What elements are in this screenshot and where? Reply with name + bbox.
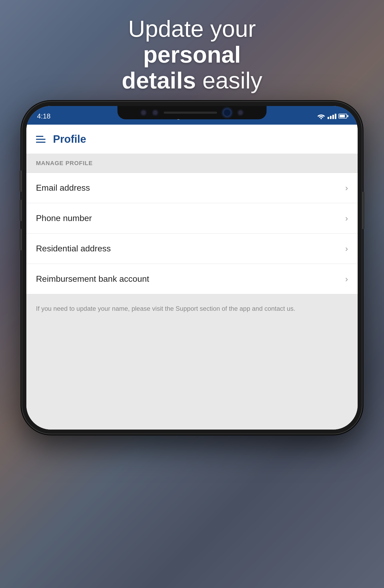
volume-up-button[interactable] xyxy=(19,170,22,192)
phone-camera-bar xyxy=(117,106,267,119)
bank-account-item[interactable]: Reimbursement bank account › xyxy=(26,264,358,294)
phone-number-label: Phone number xyxy=(36,213,92,223)
phone-chevron-icon: › xyxy=(345,213,348,223)
phone-frame: 4:18 xyxy=(22,101,362,434)
hamburger-line-2 xyxy=(36,139,46,140)
phone-number-item[interactable]: Phone number › xyxy=(26,203,358,234)
header-line1: Update your xyxy=(0,16,384,42)
header-section: Update your personal details easily xyxy=(0,16,384,93)
app-title: Profile xyxy=(53,133,86,145)
hamburger-line-1 xyxy=(36,136,43,137)
battery-icon xyxy=(338,114,347,119)
residential-address-item[interactable]: Residential address › xyxy=(26,234,358,264)
battery-fill xyxy=(340,115,345,117)
signal-bar-1 xyxy=(328,117,329,119)
signal-bar-2 xyxy=(330,116,332,119)
power-button[interactable] xyxy=(362,192,365,229)
signal-bar-3 xyxy=(332,115,334,119)
speaker-bar xyxy=(164,112,217,114)
menu-button[interactable] xyxy=(36,136,46,143)
section-header-text: MANAGE PROFILE xyxy=(36,160,348,167)
phone-wrapper: 4:18 xyxy=(22,101,362,434)
bank-chevron-icon: › xyxy=(345,274,348,284)
front-camera-small xyxy=(140,109,147,116)
header-line3-bold: details xyxy=(122,67,196,93)
status-time: 4:18 xyxy=(37,112,51,120)
email-address-item[interactable]: Email address › xyxy=(26,173,358,203)
silent-switch-button[interactable] xyxy=(19,229,22,250)
header-line2: personal xyxy=(0,42,384,68)
camera-dot-right xyxy=(237,109,244,116)
svg-point-0 xyxy=(320,118,322,119)
footer-note-text: If you need to update your name, please … xyxy=(36,304,348,313)
status-icons-right xyxy=(317,113,347,119)
bank-account-label: Reimbursement bank account xyxy=(36,274,149,284)
residential-address-label: Residential address xyxy=(36,244,111,254)
footer-note-section: If you need to update your name, please … xyxy=(26,294,358,323)
hamburger-line-3 xyxy=(36,142,46,143)
header-line3-light: easily xyxy=(196,67,262,93)
header-line3: details easily xyxy=(0,68,384,93)
phone-screen: 4:18 xyxy=(26,106,358,430)
sensor-dot xyxy=(152,109,158,116)
front-camera-main xyxy=(222,108,232,117)
volume-down-button[interactable] xyxy=(19,200,22,221)
gray-area xyxy=(26,323,358,430)
signal-bar-4 xyxy=(335,114,336,119)
email-chevron-icon: › xyxy=(345,183,348,193)
email-address-label: Email address xyxy=(36,183,90,193)
app-toolbar: Profile xyxy=(26,125,358,154)
residential-chevron-icon: › xyxy=(345,244,348,254)
wifi-icon xyxy=(317,113,325,119)
signal-bars xyxy=(328,113,336,119)
section-header: MANAGE PROFILE xyxy=(26,154,358,173)
